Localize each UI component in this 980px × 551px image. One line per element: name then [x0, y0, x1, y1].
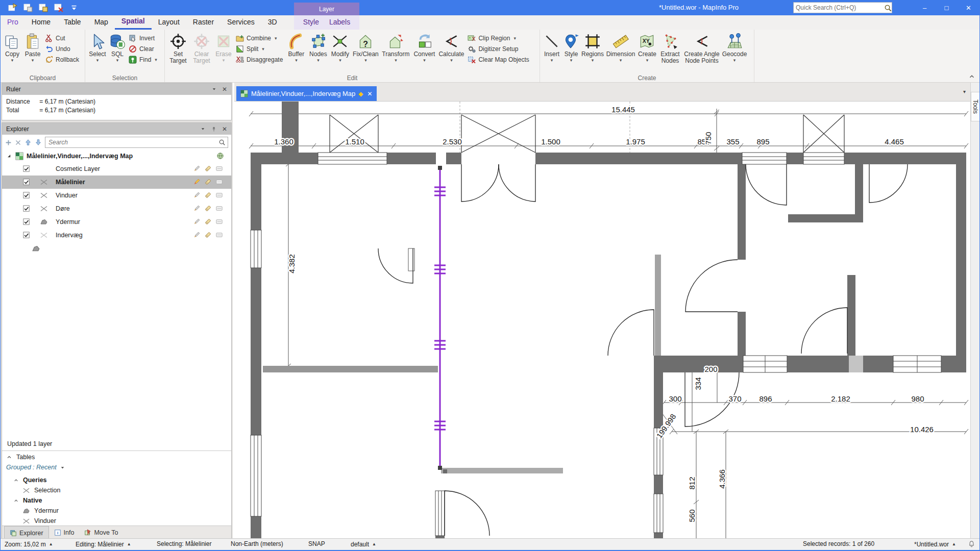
ribbon-button-paste[interactable]: Paste▾ [22, 31, 43, 63]
ribbon-button-copy[interactable]: Copy▾ [2, 31, 22, 63]
chevron-up-icon[interactable] [968, 73, 975, 80]
ribbon-button-dimension[interactable]: Dimension▾ [605, 31, 636, 63]
search-icon[interactable] [218, 139, 226, 146]
ribbon-button-invert[interactable]: Invert [129, 34, 157, 42]
checkbox[interactable] [23, 218, 30, 226]
tag-icon[interactable] [204, 231, 212, 239]
tables-section-header[interactable]: Tables [6, 454, 35, 461]
pencil-orange-icon[interactable] [193, 178, 201, 186]
tab-table[interactable]: Table [57, 15, 87, 30]
tab-list-dropdown-icon[interactable]: ▾ [963, 89, 966, 94]
label-rect-icon[interactable] [215, 165, 223, 172]
status-item[interactable]: Non-Earth (meters) [231, 539, 283, 549]
ribbon-button-clear[interactable]: Clear [129, 45, 157, 53]
checkbox[interactable] [23, 165, 30, 172]
status-item[interactable]: Selected records: 1 of 260 [803, 539, 874, 549]
checkbox[interactable] [23, 232, 30, 239]
table-item-ydermur[interactable]: Ydermur [2, 506, 231, 516]
close-icon[interactable]: ✕ [222, 86, 227, 93]
tab-map[interactable]: Map [88, 15, 115, 30]
label-rect-icon[interactable] [215, 205, 223, 212]
label-rect-icon[interactable] [215, 178, 223, 186]
layer-row-målelinier[interactable]: Målelinier [2, 176, 231, 189]
status-item[interactable]: default▲ [351, 539, 376, 550]
ribbon-button-cut[interactable]: Cut [45, 34, 79, 42]
layer-row-cosmetic-layer[interactable]: Cosmetic Layer [2, 162, 231, 176]
explorer-search-input[interactable] [47, 138, 218, 146]
add-icon[interactable] [5, 139, 12, 146]
checkbox[interactable] [23, 205, 30, 212]
bottom-tab-info[interactable]: iInfo [49, 526, 80, 539]
ribbon-button-clear-map-objects[interactable]: Clear Map Objects [468, 56, 529, 64]
ribbon-button-convert[interactable]: Convert▾ [411, 31, 437, 63]
table-item-selection[interactable]: Selection [2, 485, 231, 495]
quick-search-input[interactable] [794, 4, 884, 11]
ribbon-button-insert[interactable]: Insert▾ [542, 31, 562, 63]
ribbon-button-clear-target[interactable]: Clear Target [190, 31, 213, 65]
layer-row-døre[interactable]: Døre [2, 202, 231, 215]
explorer-search-box[interactable] [45, 137, 228, 148]
tab-spatial[interactable]: Spatial [115, 15, 152, 30]
tables-section-header[interactable]: Queries [2, 475, 231, 485]
tag-icon[interactable] [204, 205, 212, 212]
ribbon-button-disaggregate[interactable]: Disaggregate [236, 56, 283, 64]
notification-bell-icon[interactable] [968, 540, 975, 548]
selection-handle[interactable] [443, 469, 447, 473]
tag-icon[interactable] [204, 165, 212, 172]
status-item[interactable]: Zoom: 15,02 m▲ [5, 539, 53, 550]
status-item[interactable]: *Untitled.wor▲ [914, 539, 956, 550]
ribbon-button-clip-region[interactable]: Clip Region▾ [468, 34, 529, 42]
ribbon-button-rollback[interactable]: Rollback [45, 56, 79, 64]
pin-icon[interactable] [211, 126, 217, 132]
tab-home[interactable]: Home [25, 15, 57, 30]
move-up-icon[interactable] [24, 139, 32, 146]
pencil-gray-icon[interactable] [193, 165, 201, 172]
chevron-down-icon[interactable] [200, 126, 206, 132]
selection-handle[interactable] [438, 466, 442, 470]
layer-row-indervæg[interactable]: Indervæg [2, 229, 231, 242]
map-document-tab[interactable]: Målelinier,Vinduer,...,Indervæg Map ◆ ✕ [236, 86, 377, 101]
outer-walls[interactable] [251, 102, 966, 540]
pencil-gray-icon[interactable] [193, 205, 201, 212]
bottom-tab-explorer[interactable]: Explorer [4, 526, 49, 539]
ribbon-button-undo[interactable]: Undo [45, 45, 79, 53]
ribbon-button-erase[interactable]: Erase▾ [213, 31, 234, 63]
ribbon-button-nodes[interactable]: Nodes▾ [307, 31, 329, 63]
ribbon-button-select[interactable]: Select▾ [87, 31, 108, 63]
tab-raster[interactable]: Raster [186, 15, 220, 30]
tab-3d[interactable]: 3D [261, 15, 284, 30]
qat-new-button[interactable] [23, 3, 33, 13]
tables-grouping-selector[interactable]: Grouped : Recent [6, 464, 65, 471]
maximize-button[interactable]: □ [936, 0, 958, 15]
ribbon-button-sql[interactable]: SQL▾ [108, 31, 127, 63]
tab-layout[interactable]: Layout [152, 15, 186, 30]
tag-icon[interactable] [204, 191, 212, 199]
qat-export-button[interactable] [8, 3, 18, 13]
ribbon-button-style[interactable]: Style▾ [562, 31, 580, 63]
search-icon[interactable] [884, 4, 892, 12]
ribbon-button-split[interactable]: Split▾ [236, 45, 283, 53]
qat-delete-button[interactable] [54, 3, 64, 13]
tag-icon[interactable] [204, 178, 212, 186]
tools-tab[interactable]: Tools [971, 92, 979, 121]
ribbon-button-set-target[interactable]: Set Target [166, 31, 190, 65]
status-item[interactable]: Selecting: Målelinier [157, 539, 211, 549]
pencil-gray-icon[interactable] [193, 231, 201, 239]
qat-caret-button[interactable] [69, 3, 79, 13]
ribbon-button-combine[interactable]: Combine▾ [236, 34, 283, 42]
ribbon-button-regions[interactable]: Regions▾ [580, 31, 605, 63]
pencil-gray-icon[interactable] [193, 191, 201, 199]
ribbon-button-buffer[interactable]: Buffer▾ [285, 31, 307, 63]
ribbon-button-transform[interactable]: Transform▾ [380, 31, 411, 63]
tag-icon[interactable] [204, 218, 212, 226]
ribbon-button-geocode[interactable]: Geocode▾ [721, 31, 748, 63]
tab-pro[interactable]: Pro [1, 15, 25, 30]
tables-section-header[interactable]: Native [2, 495, 231, 506]
pencil-gray-icon[interactable] [193, 218, 201, 226]
map-canvas[interactable]: 15.4451.3601.5102.5301.5001.975855355895… [234, 101, 971, 540]
layer-row-ydermur[interactable]: Ydermur [2, 215, 231, 229]
quick-search-box[interactable] [793, 2, 892, 13]
tree-expander-icon[interactable] [6, 153, 12, 159]
ribbon-button-modify[interactable]: Modify▾ [329, 31, 351, 63]
close-button[interactable]: ✕ [958, 0, 979, 15]
